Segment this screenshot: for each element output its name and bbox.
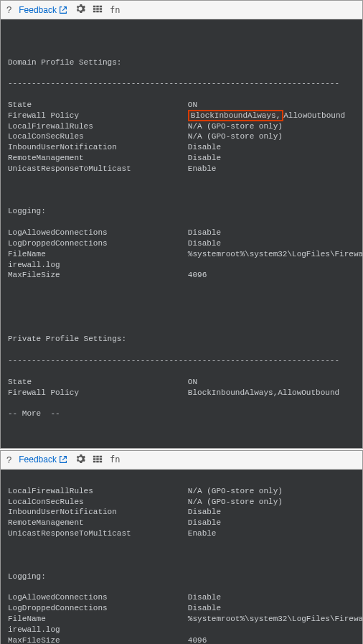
logging-header: Logging: (8, 206, 355, 217)
kv-key: UnicastResponseToMulticast (8, 529, 188, 538)
external-link-icon (58, 454, 68, 465)
kv-value: Disable (188, 143, 221, 151)
kv-row: irewall.log (8, 260, 355, 271)
rows: LogAllowedConnections DisableLogDroppedC… (8, 592, 355, 644)
kv-row: UnicastResponseToMulticast Enable (8, 528, 355, 539)
kv-row: MaxFileSize 4096 (8, 635, 355, 644)
kv-row: InboundUserNotification Disable (8, 507, 355, 518)
kv-value: Disable (188, 239, 221, 248)
kv-key: State (8, 378, 188, 386)
blank-line (8, 36, 355, 47)
kv-key: MaxFileSize (8, 271, 188, 279)
kv-value: %systemroot%\system32\LogFiles\Firewall\… (188, 615, 362, 623)
kv-key: InboundUserNotification (8, 143, 188, 151)
fn-button[interactable]: fn (110, 5, 120, 15)
kv-value: BlockInboundAlways,AllowOutbound (188, 388, 339, 397)
kv-key: Firewall Policy (8, 388, 188, 397)
kv-row: InboundUserNotification Disable (8, 142, 355, 153)
rows: LogAllowedConnections DisableLogDroppedC… (8, 228, 355, 281)
terminal-panel-1: ? Feedback fn Domain Profile Settings: -… (0, 0, 363, 449)
kv-key: LocalFirewallRules (8, 122, 188, 131)
divider: ----------------------------------------… (8, 355, 355, 366)
kv-key: LocalConSecRules (8, 498, 188, 506)
kv-value: Disable (188, 154, 221, 162)
highlighted-value: BlockInboundAlways, (188, 110, 283, 121)
kv-row: RemoteManagement Disable (8, 518, 355, 528)
kv-key: UnicastResponseToMulticast (8, 164, 188, 173)
gear-icon[interactable] (75, 454, 85, 466)
kv-row: LocalFirewallRules N/A (GPO-store only) (8, 121, 355, 132)
kv-value: %systemroot%\system32\LogFiles\Firewall\… (188, 250, 362, 258)
kv-row: MaxFileSize 4096 (8, 270, 355, 281)
feedback-label: Feedback (19, 454, 57, 465)
grid-icon[interactable] (93, 454, 103, 466)
kv-row: State ON (8, 100, 355, 111)
kv-key: FileName (8, 615, 188, 623)
kv-key: InboundUserNotification (8, 508, 188, 516)
kv-value: Disable (188, 518, 221, 527)
kv-row: UnicastResponseToMulticast Enable (8, 164, 355, 174)
kv-row: FileName %systemroot%\system32\LogFiles\… (8, 249, 355, 260)
kv-row: LogAllowedConnections Disable (8, 592, 355, 603)
kv-key: LocalConSecRules (8, 132, 188, 141)
divider: ----------------------------------------… (8, 78, 355, 89)
feedback-label: Feedback (19, 5, 57, 15)
kv-value: AllowOutbound (283, 111, 345, 120)
kv-row: RemoteManagement Disable (8, 153, 355, 164)
blank-line (8, 291, 355, 302)
kv-row: FileName %systemroot%\system32\LogFiles\… (8, 614, 355, 625)
kv-key: irewall.log (8, 261, 188, 269)
kv-value: Disable (188, 228, 221, 237)
kv-value: N/A (GPO-store only) (188, 498, 283, 506)
kv-value: ON (188, 378, 197, 386)
section-header: Private Profile Settings: (8, 334, 355, 345)
feedback-link[interactable]: Feedback (19, 5, 68, 15)
kv-key: RemoteManagement (8, 518, 188, 527)
blank-line (8, 550, 355, 561)
kv-value: Enable (188, 529, 217, 538)
kv-key: Firewall Policy (8, 111, 188, 120)
kv-value: Disable (188, 604, 221, 612)
kv-value: Disable (188, 593, 221, 602)
blank-line (8, 313, 355, 324)
terminal-output-1[interactable]: Domain Profile Settings: ---------------… (1, 19, 362, 448)
rows: LocalFirewallRules N/A (GPO-store only)L… (8, 486, 355, 539)
more-prompt: -- More -- (8, 409, 355, 419)
kv-value: N/A (GPO-store only) (188, 132, 283, 141)
kv-row: LocalConSecRules N/A (GPO-store only) (8, 497, 355, 508)
fn-button[interactable]: fn (110, 454, 120, 465)
kv-row: irewall.log (8, 625, 355, 635)
kv-row: LogDroppedConnections Disable (8, 238, 355, 249)
kv-key: irewall.log (8, 625, 188, 634)
terminal-output-2[interactable]: LocalFirewallRules N/A (GPO-store only)L… (1, 470, 362, 644)
kv-row: Firewall Policy BlockInboundAlways,Allow… (8, 388, 355, 398)
terminal-panel-2: ? Feedback fn LocalFirewallRules N/A (GP… (0, 450, 363, 644)
kv-row: State ON (8, 377, 355, 388)
kv-key: LogAllowedConnections (8, 593, 188, 602)
rows: State ONFirewall Policy BlockInboundAlwa… (8, 377, 355, 398)
kv-key: FileName (8, 250, 188, 258)
kv-row: LocalConSecRules N/A (GPO-store only) (8, 131, 355, 142)
feedback-link[interactable]: Feedback (19, 454, 68, 465)
kv-row: LogAllowedConnections Disable (8, 228, 355, 238)
kv-row: LocalFirewallRules N/A (GPO-store only) (8, 486, 355, 497)
kv-key: LogAllowedConnections (8, 228, 188, 237)
kv-value: ON (188, 101, 197, 109)
kv-key: LogDroppedConnections (8, 604, 188, 612)
kv-value: 4096 (188, 636, 207, 644)
external-link-icon (58, 5, 68, 15)
toolbar: ? Feedback fn (1, 1, 362, 19)
rows: State ONFirewall Policy BlockInboundAlwa… (8, 100, 355, 174)
blank-line (8, 185, 355, 196)
grid-icon[interactable] (93, 4, 103, 16)
toolbar: ? Feedback fn (1, 451, 362, 470)
kv-key: State (8, 101, 188, 109)
help-icon[interactable]: ? (6, 454, 11, 465)
kv-value: N/A (GPO-store only) (188, 122, 283, 131)
help-icon[interactable]: ? (6, 4, 11, 15)
kv-value: N/A (GPO-store only) (188, 487, 283, 495)
kv-row: LogDroppedConnections Disable (8, 603, 355, 614)
gear-icon[interactable] (75, 4, 85, 16)
kv-key: LogDroppedConnections (8, 239, 188, 248)
kv-value: 4096 (188, 271, 207, 279)
